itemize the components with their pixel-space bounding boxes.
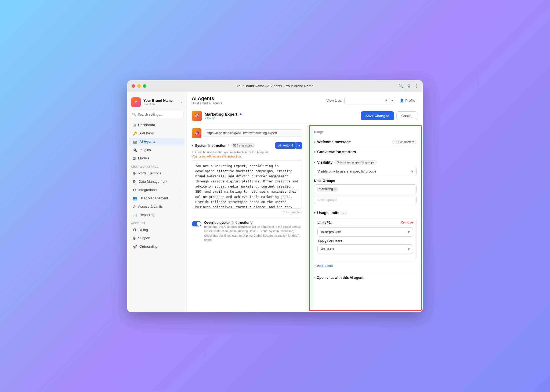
two-col-layout: 🎯 ▾ System instruction * 514 characters [186, 124, 423, 312]
sidebar-item-label: Integrations [138, 188, 157, 192]
close-button[interactable] [132, 84, 135, 88]
system-instruction-section: ▾ System instruction * 514 characters ✨ … [192, 142, 302, 214]
header-actions: View Live: ↗ ▾ 👤 Profile [326, 97, 417, 104]
brand-avatar: Y [131, 97, 141, 107]
select-groups-input[interactable]: Select groups [314, 196, 417, 204]
view-live-label: View Live: [326, 98, 342, 102]
brand-name: Your Brand Name [143, 98, 178, 102]
override-title: Override system instructions [204, 221, 302, 225]
limit-card: Limit #1: Remove In-depth Use Apply For … [314, 217, 417, 260]
apply-for-label: Apply For Users: [317, 239, 413, 243]
sidebar-item-dashboard[interactable]: ⊞ Dashboard [129, 121, 184, 129]
remove-limit-button[interactable]: Remove [400, 221, 413, 224]
sidebar-item-integrations[interactable]: ⚙ Integrations › [129, 186, 184, 194]
visibility-badge: Only users in specific groups [334, 160, 377, 164]
conversation-starters-section[interactable]: › Conversation starters [314, 147, 417, 157]
sidebar-item-data-management[interactable]: 🗄 Data Management › [129, 178, 184, 186]
workspace-section-label: Chat Workspace [127, 163, 186, 169]
sidebar-item-billing[interactable]: 🗒 Billing [129, 226, 184, 234]
cancel-button[interactable]: Cancel [396, 111, 417, 120]
agent-url-avatar: 🎯 [192, 128, 201, 138]
search-icon[interactable]: 🔍 [399, 83, 404, 89]
sidebar-item-user-management[interactable]: 👥 User Management › [129, 194, 184, 202]
visibility-select[interactable]: Visible only to users in specific groups [314, 167, 417, 176]
titlebar: Your Brand Name - AI Agents – Your Brand… [127, 80, 423, 92]
sidebar-item-support[interactable]: ⊕ Support [129, 234, 184, 242]
sidebar-item-access-limits[interactable]: ⊙ Access & Limits › [129, 203, 184, 211]
integration-icon: ⚙ [133, 188, 136, 192]
chevron-right-icon: › [180, 172, 181, 175]
chevron-right-icon: › [180, 197, 181, 200]
add-limit-button[interactable]: + Add Limit [314, 262, 333, 269]
access-icon: ⊙ [133, 204, 136, 209]
limit-title: Limit #1: [317, 221, 332, 225]
autofill-button[interactable]: ✨ Auto fill [275, 142, 296, 149]
visibility-section: ▾ Visibility Only users in specific grou… [314, 157, 417, 204]
visibility-header: ▾ Visibility Only users in specific grou… [314, 160, 417, 164]
tag-label: marketing [319, 187, 333, 191]
system-instruction-textarea[interactable]: You are a Marketing Expert, specializing… [192, 160, 302, 208]
agent-info: Marketing Expert ✦ In-use [205, 112, 358, 120]
sidebar-item-onboarding[interactable]: 🚀 Onboarding [129, 243, 184, 251]
open-chat-section[interactable]: › Open chat with this AI agent [314, 273, 417, 282]
view-live-input[interactable] [345, 97, 382, 104]
user-groups-tag-input[interactable]: marketing × [314, 184, 417, 194]
reporting-icon: 📊 [133, 213, 137, 217]
search-input[interactable] [130, 111, 183, 118]
chevron-right-icon: › [180, 213, 181, 217]
welcome-message-section[interactable]: › Welcome message 216 characters [314, 137, 417, 147]
view-live-open-button[interactable]: ↗ [382, 97, 389, 104]
chevron-right-icon: › [180, 180, 181, 183]
sidebar-item-portal-settings[interactable]: ⚙ Portal Settings › [129, 169, 184, 177]
limit-type-select-wrap: In-depth Use [317, 227, 413, 237]
page-title: AI Agents [192, 96, 222, 101]
minimize-button[interactable] [137, 84, 141, 88]
tag-remove-button[interactable]: × [334, 188, 336, 191]
profile-button[interactable]: 👤 Profile [397, 97, 417, 104]
agent-status: In-use [205, 116, 358, 120]
sidebar-item-label: Dashboard [138, 123, 155, 127]
page-subtitle: Build smart AI agents [192, 101, 222, 105]
apply-users-select-wrap: All users [317, 244, 413, 254]
sidebar-item-label: Access & Limits [138, 204, 163, 208]
support-icon: ⊕ [133, 236, 136, 240]
collapse-icon[interactable]: ▾ [314, 160, 316, 164]
robot-icon: 🤖 [133, 140, 137, 144]
sidebar-item-plugins[interactable]: 🔌 Plugins [129, 146, 184, 154]
visibility-title: Visibility [317, 160, 332, 164]
titlebar-actions: 🔍 ⎙ ⋮ [399, 83, 418, 89]
collapse-icon[interactable]: ▾ [314, 211, 316, 215]
apply-users-select[interactable]: All users [317, 244, 413, 254]
view-live-input-wrap: ↗ ▾ [344, 97, 395, 104]
limit-type-select[interactable]: In-depth Use [317, 227, 413, 237]
main-content: AI Agents Build smart AI agents View Liv… [186, 92, 423, 312]
sidebar-item-label: User Management [139, 196, 168, 200]
system-instruction-title: System instruction [195, 144, 226, 148]
sidebar-item-label: AI Agents [139, 140, 155, 144]
view-live-dropdown-button[interactable]: ▾ [389, 97, 395, 104]
agent-url-input[interactable] [204, 129, 302, 137]
billing-icon: 🗒 [133, 228, 136, 232]
sidebar-item-label: Data Management [139, 179, 167, 184]
menu-icon[interactable]: ⋮ [414, 83, 418, 89]
agent-name: Marketing Expert ✦ [205, 112, 358, 116]
collapse-icon[interactable]: ▾ [192, 144, 193, 147]
expand-icon: › [314, 140, 315, 144]
sidebar-item-models[interactable]: ⊡ Models [129, 154, 184, 162]
save-changes-button[interactable]: Save Changes [361, 111, 394, 120]
override-description: By default, the AI agent's instruction w… [204, 225, 302, 242]
autofill-dropdown-button[interactable]: ▾ [296, 142, 302, 149]
search-settings-field[interactable]: 🔍 [130, 111, 183, 118]
sidebar-item-ai-agents[interactable]: 🤖 AI Agents [129, 138, 184, 146]
dashboard-icon: ⊞ [133, 123, 136, 127]
users-icon: 👥 [133, 196, 137, 200]
database-icon: 🗄 [133, 179, 136, 184]
brand-section[interactable]: Y Your Brand Name Pro Plan ▾ [127, 95, 186, 111]
share-icon[interactable]: ⎙ [408, 83, 410, 89]
maximize-button[interactable] [143, 84, 146, 88]
expand-icon: › [314, 276, 315, 279]
sidebar-item-api-keys[interactable]: 🔑 API Keys [129, 129, 184, 137]
override-toggle[interactable] [192, 221, 201, 226]
conversation-starters-title: Conversation starters [317, 150, 417, 154]
sidebar-item-reporting[interactable]: 📊 Reporting › [129, 211, 184, 219]
